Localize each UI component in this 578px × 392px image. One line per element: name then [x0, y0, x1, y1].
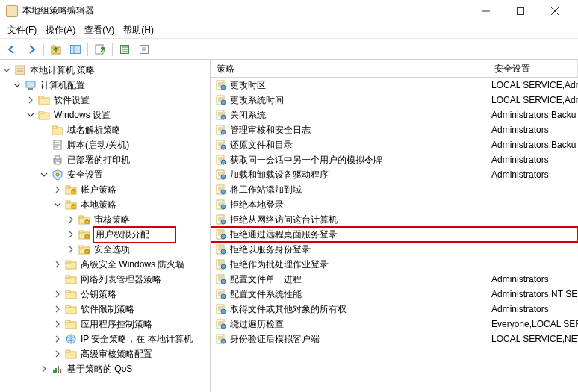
- policy-name: 加载和卸载设备驱动程序: [230, 169, 490, 181]
- tree-node[interactable]: Windows 设置: [0, 108, 210, 122]
- policy-row[interactable]: 绕过遍历检查Everyone,LOCAL SERV: [211, 317, 578, 332]
- tree-node[interactable]: 本地策略: [0, 197, 210, 212]
- chevron-down-icon[interactable]: [52, 201, 63, 208]
- svg-point-93: [221, 145, 226, 149]
- policy-row[interactable]: 配置文件系统性能Administrators,NT SE: [211, 287, 578, 302]
- menu-file[interactable]: 文件(F): [3, 22, 41, 38]
- chevron-right-icon[interactable]: [25, 96, 36, 104]
- list-pane[interactable]: 策略 安全设置 更改时区LOCAL SERVICE,Adm更改系统时间LOCAL…: [211, 60, 578, 392]
- policy-item-icon: [215, 318, 227, 330]
- menu-action[interactable]: 操作(A): [41, 22, 80, 38]
- tree-node[interactable]: 安全设置: [0, 167, 210, 182]
- policy-setting: Everyone,LOCAL SERV: [490, 319, 578, 329]
- svg-point-88: [221, 130, 226, 134]
- tree-node[interactable]: 审核策略: [0, 212, 210, 227]
- svg-point-34: [56, 173, 59, 176]
- policy-setting: Administrators,Backu: [490, 140, 578, 150]
- show-hide-tree-button[interactable]: [66, 41, 84, 57]
- policy-row[interactable]: 拒绝通过远程桌面服务登录: [211, 227, 578, 242]
- column-header-policy[interactable]: 策略: [211, 60, 488, 77]
- close-button[interactable]: [538, 0, 572, 22]
- up-level-button[interactable]: [47, 41, 65, 57]
- folderlock-icon: [65, 184, 77, 196]
- policy-row[interactable]: 身份验证后模拟客户端LOCAL SERVICE,NET.: [211, 332, 578, 346]
- policy-row[interactable]: 将工作站添加到域: [211, 182, 578, 197]
- tree-node[interactable]: 脚本(启动/关机): [0, 137, 210, 152]
- menu-view[interactable]: 查看(V): [80, 22, 119, 38]
- minimize-button[interactable]: [469, 0, 503, 22]
- policy-row[interactable]: 更改系统时间LOCAL SERVICE,Adm: [211, 93, 578, 108]
- chevron-right-icon[interactable]: [52, 305, 63, 313]
- policy-name: 配置文件单一进程: [230, 273, 490, 286]
- tree-node[interactable]: 软件限制策略: [0, 302, 210, 317]
- tree-node[interactable]: 公钥策略: [0, 287, 210, 302]
- refresh-button[interactable]: [116, 41, 134, 57]
- svg-point-113: [221, 205, 226, 209]
- tree-node[interactable]: 高级安全 Windows 防火墙: [0, 257, 210, 272]
- folder-icon: [38, 109, 50, 121]
- svg-rect-43: [85, 220, 89, 223]
- policy-name: 更改时区: [230, 79, 490, 92]
- chevron-right-icon[interactable]: [66, 246, 76, 253]
- properties-button[interactable]: [135, 41, 153, 57]
- tree-pane[interactable]: 本地计算机 策略 计算机配置软件设置Windows 设置域名解析策略脚本(启动/…: [0, 60, 211, 392]
- chevron-right-icon[interactable]: [39, 365, 49, 373]
- policy-row[interactable]: 拒绝作为批处理作业登录: [211, 257, 578, 272]
- chevron-right-icon[interactable]: [52, 335, 63, 343]
- policy-row[interactable]: 拒绝以服务身份登录: [211, 242, 578, 257]
- policy-row[interactable]: 加载和卸载设备驱动程序Administrators: [211, 167, 578, 182]
- chevron-down-icon[interactable]: [39, 171, 49, 178]
- policy-row[interactable]: 取得文件或其他对象的所有权Administrators: [211, 302, 578, 317]
- back-button[interactable]: [3, 41, 21, 57]
- chevron-down-icon[interactable]: [25, 111, 36, 119]
- policy-item-icon: [215, 94, 227, 106]
- tree-label: 本地策略: [79, 198, 118, 212]
- tree-label: 软件设置: [52, 93, 91, 108]
- tree-node[interactable]: 高级审核策略配置: [0, 346, 210, 361]
- maximize-button[interactable]: [503, 0, 538, 22]
- policy-row[interactable]: 获取同一会话中另一个用户的模拟令牌Administrators: [211, 152, 578, 167]
- tree-node[interactable]: 基于策略的 QoS: [0, 361, 210, 376]
- chevron-down-icon[interactable]: [1, 66, 12, 74]
- tree-node[interactable]: 软件设置: [0, 93, 210, 108]
- tree-label: 域名解析策略: [66, 123, 122, 137]
- policy-row[interactable]: 更改时区LOCAL SERVICE,Adm: [211, 78, 578, 93]
- tree-node[interactable]: 应用程序控制策略: [0, 317, 210, 332]
- chevron-right-icon[interactable]: [66, 216, 76, 223]
- tree-label: 计算机配置: [39, 78, 87, 93]
- chevron-right-icon[interactable]: [52, 290, 63, 298]
- chevron-right-icon[interactable]: [52, 320, 63, 328]
- tree-node[interactable]: 帐户策略: [0, 182, 210, 197]
- tree-root[interactable]: 本地计算机 策略: [0, 63, 210, 78]
- tree-node[interactable]: 计算机配置: [0, 78, 210, 93]
- svg-point-133: [221, 264, 226, 269]
- menu-help[interactable]: 帮助(H): [119, 22, 158, 38]
- tree-node[interactable]: 网络列表管理器策略: [0, 272, 210, 287]
- policy-row[interactable]: 还原文件和目录Administrators,Backu: [211, 137, 578, 152]
- policy-item-icon: [215, 139, 227, 151]
- svg-rect-49: [85, 250, 89, 253]
- column-header-setting[interactable]: 安全设置: [488, 60, 578, 77]
- chevron-right-icon[interactable]: [52, 261, 63, 268]
- forward-button[interactable]: [22, 41, 40, 57]
- tree-node[interactable]: IP 安全策略，在 本地计算机: [0, 332, 210, 346]
- svg-point-123: [221, 234, 226, 239]
- policy-setting: Administrators,NT SE: [490, 289, 578, 299]
- chevron-right-icon[interactable]: [52, 186, 63, 193]
- chevron-down-icon[interactable]: [12, 81, 22, 89]
- policy-row[interactable]: 拒绝本地登录: [211, 197, 578, 212]
- policy-row[interactable]: 配置文件单一进程Administrators: [211, 272, 578, 287]
- tree-node[interactable]: 安全选项: [0, 242, 210, 257]
- tree-node[interactable]: 用户权限分配: [0, 227, 210, 242]
- tree-node[interactable]: 域名解析策略: [0, 122, 210, 137]
- tree-label: 应用程序控制策略: [79, 317, 154, 332]
- export-list-button[interactable]: [91, 41, 109, 57]
- tree-node[interactable]: 已部署的打印机: [0, 152, 210, 167]
- policy-row[interactable]: 关闭系统Administrators,Backu: [211, 108, 578, 122]
- toolbar-separator: [43, 43, 44, 56]
- chevron-right-icon[interactable]: [52, 350, 63, 358]
- chevron-right-icon[interactable]: [66, 231, 76, 238]
- policy-row[interactable]: 管理审核和安全日志Administrators: [211, 122, 578, 137]
- policy-name: 配置文件系统性能: [230, 288, 490, 301]
- policy-row[interactable]: 拒绝从网络访问这台计算机: [211, 212, 578, 227]
